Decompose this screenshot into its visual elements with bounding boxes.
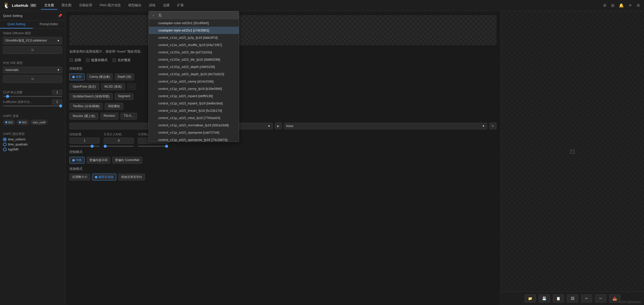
type-mlsd[interactable]: MLSD (直线) [101,83,125,90]
type-depth[interactable]: Depth (深) [115,73,134,80]
folder-btn[interactable]: 📁 [525,294,536,302]
grid-icon[interactable]: ⊞ [610,2,615,9]
nav-tab-tusheng[interactable]: 图生图 [58,2,75,10]
guidance-start-group: 引导介入时机 0 [104,132,134,147]
mode-controlnet[interactable]: 更偏向 ControlNet [112,157,142,164]
allow-preview-checkbox[interactable]: 允许预览 [112,58,131,62]
resize-mode-row: 仅调整大小 裁剪后缩放 缩放后填充空白 [69,174,497,180]
share-btn[interactable]: 📤 [609,294,620,302]
nav-tab-houchuli[interactable]: 后期处理 [75,2,96,10]
nav-tab-xunlian[interactable]: 训练 [145,2,159,10]
guidance-end-slider[interactable] [138,146,168,147]
guidance-start-thumb [104,145,107,148]
dropdown-item-canny-fp16[interactable]: control_v11p_sd15_canny_fp16 [b18e0966] [149,85,239,92]
dropdown-item-openpose[interactable]: control_v11p_sd15_openpose [cab727d4] [149,129,239,136]
dropdown-item-color-sd15v1[interactable]: coadapter-color-sd15v1 [91c6f0e5] [149,19,239,27]
type-segment[interactable]: Segment [115,93,133,100]
dropdown-item-canny[interactable]: control_v11p_sd15_canny [d14c016b] [149,78,239,85]
vae-refresh[interactable]: ↻ [3,75,62,83]
time-quadratic-label: time_quadratic [8,143,28,146]
dropdown-item-normalbae-fp16[interactable]: control_v11p_sd15_normalbae_fp16 [592a19… [149,122,239,129]
type-t2ia[interactable]: T2I-A... [121,113,137,120]
type-canny[interactable]: Canny (硬边缘) [87,73,113,80]
guidance-start-slider[interactable] [104,146,134,147]
nav-tab-kuozhan[interactable]: 扩展 [174,2,187,10]
clip-value[interactable]: 1 [52,90,62,95]
dropdown-item-tile-fp16[interactable]: control_v11f1e_sd15_tile_fp16 [3b860298] [149,56,239,63]
time-quadratic-radio [3,143,7,146]
dropdown-item-none[interactable]: ✓ 无 [149,11,239,19]
dropdown-item-ip2p[interactable]: control_v11e_sd15_ip2p_fp16 [fabb3f7d] [149,34,239,41]
sd-model-refresh[interactable]: ↻ [3,46,62,54]
type-recolor[interactable]: Recolor (重上色) [69,113,98,120]
notification-icon[interactable]: 🔔 [618,2,625,9]
vae-section: 外挂 VAE 模型 Automatic ▼ ↻ [0,58,65,87]
clip-slider[interactable] [3,96,62,97]
resize-fill[interactable]: 缩放后填充空白 [118,174,145,180]
image-btn[interactable]: 🖼 [567,294,578,302]
skip-logsnr[interactable]: logSNR [3,148,62,151]
type-scribble[interactable]: Scribble/Sketch (涂鸦/草图) [69,93,113,100]
dropdown-item-shuffle[interactable]: control_v11e_sd15_shuffle_fp16 [04a71f87… [149,41,239,49]
tile-fp16-label: control_v11f1e_sd15_tile_fp16 [3b860298] [158,58,220,61]
weight-input[interactable]: 1 [69,138,100,144]
dropdown-item-tile[interactable]: control_v11f1e_sd15_tile [a371b31b] [149,49,239,56]
nav-tab-moxing[interactable]: 模型融合 [125,2,145,10]
weight-label: 控制权重 [69,132,100,137]
model-refresh-btn[interactable]: ↻ [489,123,497,129]
type-segment-more[interactable]: ... [127,83,136,90]
dropdown-item-inpaint-fp16[interactable]: control_v11p_sd15_inpaint_fp16 [be8bc0ed… [149,100,239,107]
dropdown-item-depth[interactable]: control_v11f1p_sd15_depth [cfd03158] [149,63,239,70]
skip-time-quadratic[interactable]: time_quadratic [3,143,62,146]
nav-tab-png[interactable]: PNG 图片信息 [96,2,124,10]
guidance-start-input[interactable]: 0 [104,138,134,144]
model-select[interactable]: None ▼ [284,123,487,129]
dropdown-item-mlsd-fp16[interactable]: control_v11p_sd15_mlsd_fp16 [77b5ad24] [149,114,239,122]
tab-prompt-editor[interactable]: Prompt Editor [33,20,65,28]
sd-model-select[interactable]: GhostMix鬼混_V2.0.safetensor ▼ [3,37,62,44]
dropdown-item-inpaint[interactable]: control_v11p_sd15_inpaint [ebff9138] [149,92,239,100]
preprocessor-run-btn[interactable]: ▶ [275,123,282,129]
type-openpose[interactable]: OpenPose (姿态) [69,83,99,90]
sidebar-pin-icon[interactable]: 📌 [58,14,62,18]
all-dot [72,76,75,78]
copy-btn[interactable]: 📋 [553,294,564,302]
cut-btn[interactable]: ✂ [595,294,606,302]
dropdown-item-lineart-fp16[interactable]: control_v11p_sd15_lineart_fp16 [5c23b17d… [149,107,239,114]
image-placeholder [69,15,497,45]
nav-tab-wentu[interactable]: 文生图 [41,2,58,10]
type-local-repaint[interactable]: 局部重绘 [105,103,123,110]
canny-dd-label: control_v11p_sd15_canny [d14c016b] [158,80,214,83]
mode-balance[interactable]: 均衡 [69,157,85,164]
invert-notice: 如果使用白底黑线图片，请使用 "invert" 预处理器。 [69,49,497,54]
type-revision[interactable]: Revision [100,113,119,120]
pill-bh1[interactable]: bh1 [3,120,15,125]
pill-bh2[interactable]: bh2 [17,120,29,125]
dropdown-item-style-sd15v1[interactable]: coadapter-style-sd15v1 [c7dc5801] [149,27,239,34]
enable-checkbox[interactable]: 启用 [69,58,81,62]
dropdown-item-depth-fp16[interactable]: control_v11f1p_sd15_depth_fp16 [4b72d323… [149,70,239,78]
settings-icon[interactable]: ⚙ [602,2,608,9]
dropdown-item-openpose-fp16[interactable]: control_v11p_sd15_openpose_fp16 [73c2b67… [149,136,239,142]
edit-btn[interactable]: ✏ [581,294,592,302]
type-tile[interactable]: Tile/Blur (分块/模糊) [69,103,103,110]
theme-icon[interactable]: ☀ [627,2,633,9]
weight-slider[interactable] [69,146,100,147]
model-dropdown[interactable]: ✓ 无 coadapter-color-sd15v1 [91c6f0e5] co… [148,11,239,142]
resize-crop[interactable]: 裁剪后缩放 [92,174,116,180]
mode-prompt[interactable]: 更偏向提示词 [87,157,110,164]
sampler-value[interactable]: 1 [52,99,62,104]
skip-time-uniform[interactable]: time_uniform [3,138,62,141]
enable-label: 启用 [74,58,81,62]
resize-adjust[interactable]: 仅调整大小 [69,174,90,180]
vae-select[interactable]: Automatic ▼ [3,67,62,73]
nav-tab-bianjie[interactable]: 边疆 [160,2,173,10]
low-memory-checkbox[interactable]: 低显存模式 [86,58,107,62]
type-all[interactable]: 全部 [69,73,85,80]
tab-quick-setting[interactable]: Quick Setting [0,20,33,28]
sampler-slider[interactable] [3,105,62,106]
gear-icon[interactable]: ⚙ [635,2,641,9]
save-btn[interactable]: 💾 [539,294,550,302]
time-uniform-radio [3,138,7,141]
pill-vary-coeff[interactable]: vary_coeff [30,120,48,125]
